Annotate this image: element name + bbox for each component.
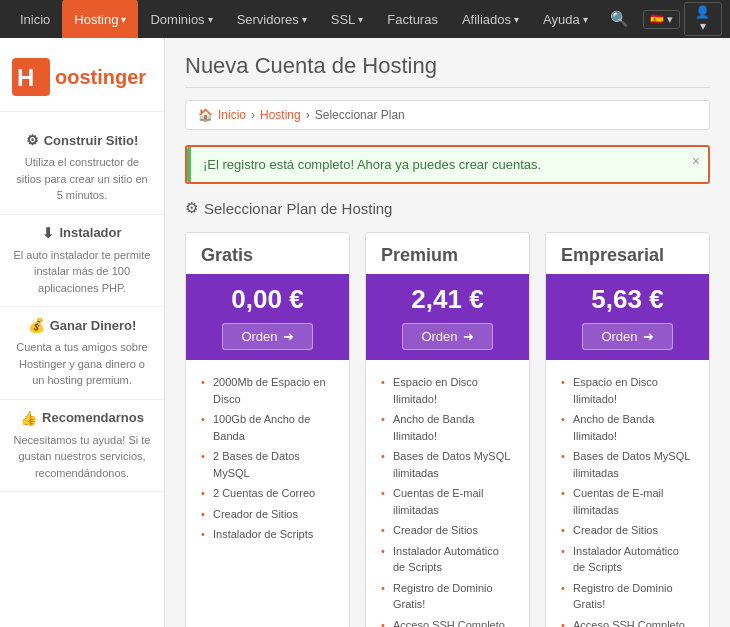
- sidebar-construir-sitio: ⚙ Construir Sitio! Utiliza el constructo…: [0, 122, 164, 215]
- logo-icon: H: [12, 58, 50, 96]
- ssl-dropdown-arrow: ▾: [358, 14, 363, 25]
- feature-item: Espacio en Disco Ilimitado!: [381, 372, 514, 409]
- plan-gratis-name: Gratis: [186, 233, 349, 274]
- order-arrow-icon: ➜: [283, 329, 294, 344]
- sidebar-construir-title: ⚙ Construir Sitio!: [12, 132, 152, 148]
- instalador-desc: El auto instalador te permite instalar m…: [12, 247, 152, 297]
- nav-ayuda[interactable]: Ayuda▾: [531, 0, 600, 38]
- feature-item: 100Gb de Ancho de Banda: [201, 409, 334, 446]
- sidebar-ganar-title: 💰 Ganar Dinero!: [12, 317, 152, 333]
- section-header: ⚙ Seleccionar Plan de Hosting: [185, 199, 710, 217]
- plan-gratis-price-box: 0,00 € Orden ➜: [186, 274, 349, 360]
- plan-empresarial-price-box: 5,63 € Orden ➜: [546, 274, 709, 360]
- section-icon: ⚙: [185, 199, 198, 217]
- plan-empresarial-features: Espacio en Disco Ilimitado!Ancho de Band…: [546, 360, 709, 627]
- recomendar-desc: Necesitamos tu ayuda! Si te gustan nuest…: [12, 432, 152, 482]
- construir-icon: ⚙: [26, 132, 39, 148]
- gratis-features-list: 2000Mb de Espacio en Disco100Gb de Ancho…: [201, 372, 334, 545]
- ayuda-dropdown-arrow: ▾: [583, 14, 588, 25]
- plans-grid: Gratis 0,00 € Orden ➜ 2000Mb de Espacio …: [185, 232, 710, 627]
- plan-premium-price-box: 2,41 € Orden ➜: [366, 274, 529, 360]
- ganar-icon: 💰: [28, 317, 45, 333]
- page-title: Nueva Cuenta de Hosting: [185, 53, 710, 88]
- feature-item: Bases de Datos MySQL ilimitadas: [561, 446, 694, 483]
- nav-afiliados[interactable]: Afiliados▾: [450, 0, 531, 38]
- breadcrumb-hosting[interactable]: Hosting: [260, 108, 301, 122]
- ganar-desc: Cuenta a tus amigos sobre Hostinger y ga…: [12, 339, 152, 389]
- sidebar: H oostinger ⚙ Construir Sitio! Utiliza e…: [0, 38, 165, 627]
- plan-gratis: Gratis 0,00 € Orden ➜ 2000Mb de Espacio …: [185, 232, 350, 627]
- user-arrow: ▾: [700, 19, 706, 33]
- feature-item: Registro de Dominio Gratis!: [561, 578, 694, 615]
- servidores-dropdown-arrow: ▾: [302, 14, 307, 25]
- search-button[interactable]: 🔍: [600, 10, 639, 28]
- feature-item: Espacio en Disco Ilimitado!: [561, 372, 694, 409]
- plan-gratis-features: 2000Mb de Espacio en Disco100Gb de Ancho…: [186, 360, 349, 557]
- breadcrumb-current: Seleccionar Plan: [315, 108, 405, 122]
- nav-servidores[interactable]: Servidores▾: [225, 0, 319, 38]
- nav-dominios[interactable]: Dominios▾: [138, 0, 224, 38]
- feature-item: Ancho de Banda Ilimitado!: [561, 409, 694, 446]
- nav-hosting[interactable]: Hosting▾: [62, 0, 138, 38]
- feature-item: Creador de Sitios: [561, 520, 694, 541]
- feature-item: Instalador Automático de Scripts: [381, 541, 514, 578]
- plan-gratis-price: 0,00 €: [201, 284, 334, 315]
- plan-empresarial-order-button[interactable]: Orden ➜: [582, 323, 672, 350]
- plan-premium-order-button[interactable]: Orden ➜: [402, 323, 492, 350]
- alert-inner: ¡El registro está completo! Ahora ya pue…: [187, 147, 708, 182]
- alert-close-button[interactable]: ×: [692, 153, 700, 169]
- feature-item: Acceso SSH Completo: [561, 615, 694, 628]
- plan-gratis-order-button[interactable]: Orden ➜: [222, 323, 312, 350]
- order-arrow-icon-2: ➜: [463, 329, 474, 344]
- feature-item: Instalador Automático de Scripts: [561, 541, 694, 578]
- plan-empresarial-price: 5,63 €: [561, 284, 694, 315]
- section-title: Seleccionar Plan de Hosting: [204, 200, 392, 217]
- dominios-dropdown-arrow: ▾: [208, 14, 213, 25]
- feature-item: Instalador de Scripts: [201, 524, 334, 545]
- afiliados-dropdown-arrow: ▾: [514, 14, 519, 25]
- svg-text:H: H: [17, 64, 34, 91]
- feature-item: Cuentas de E-mail ilimitadas: [561, 483, 694, 520]
- success-alert-box: ¡El registro está completo! Ahora ya pue…: [185, 145, 710, 184]
- plan-premium-name: Premium: [366, 233, 529, 274]
- feature-item: Registro de Dominio Gratis!: [381, 578, 514, 615]
- sidebar-ganar-dinero: 💰 Ganar Dinero! Cuenta a tus amigos sobr…: [0, 307, 164, 400]
- nav-inicio[interactable]: Inicio: [8, 0, 62, 38]
- feature-item: Creador de Sitios: [381, 520, 514, 541]
- breadcrumb-sep2: ›: [306, 108, 310, 122]
- feature-item: 2000Mb de Espacio en Disco: [201, 372, 334, 409]
- sidebar-logo: H oostinger: [0, 48, 164, 112]
- empresarial-features-list: Espacio en Disco Ilimitado!Ancho de Band…: [561, 372, 694, 627]
- instalador-icon: ⬇: [42, 225, 54, 241]
- nav-facturas[interactable]: Facturas: [375, 0, 450, 38]
- feature-item: Bases de Datos MySQL ilimitadas: [381, 446, 514, 483]
- plan-premium-price: 2,41 €: [381, 284, 514, 315]
- user-menu-button[interactable]: 👤 ▾: [684, 2, 722, 36]
- flag-icon: 🇪🇸: [650, 13, 664, 26]
- feature-item: 2 Cuentas de Correo: [201, 483, 334, 504]
- alert-message: ¡El registro está completo! Ahora ya pue…: [203, 157, 541, 172]
- breadcrumb: 🏠 Inicio › Hosting › Seleccionar Plan: [185, 100, 710, 130]
- feature-item: Acceso SSH Completo: [381, 615, 514, 628]
- feature-item: Ancho de Banda Ilimitado!: [381, 409, 514, 446]
- plan-empresarial-name: Empresarial: [546, 233, 709, 274]
- user-icon: 👤: [695, 5, 710, 19]
- breadcrumb-sep1: ›: [251, 108, 255, 122]
- sidebar-instalador: ⬇ Instalador El auto instalador te permi…: [0, 215, 164, 308]
- feature-item: Creador de Sitios: [201, 504, 334, 525]
- language-selector[interactable]: 🇪🇸 ▾: [643, 10, 680, 29]
- premium-features-list: Espacio en Disco Ilimitado!Ancho de Band…: [381, 372, 514, 627]
- plan-empresarial: Empresarial 5,63 € Orden ➜ Espacio en Di…: [545, 232, 710, 627]
- breadcrumb-inicio[interactable]: Inicio: [218, 108, 246, 122]
- logo-text: oostinger: [55, 66, 146, 89]
- main-layout: H oostinger ⚙ Construir Sitio! Utiliza e…: [0, 38, 730, 627]
- top-navigation: Inicio Hosting▾ Dominios▾ Servidores▾ SS…: [0, 0, 730, 38]
- plan-premium: Premium 2,41 € Orden ➜ Espacio en Disco …: [365, 232, 530, 627]
- plan-premium-features: Espacio en Disco Ilimitado!Ancho de Band…: [366, 360, 529, 627]
- feature-item: 2 Bases de Datos MySQL: [201, 446, 334, 483]
- sidebar-instalador-title: ⬇ Instalador: [12, 225, 152, 241]
- home-icon: 🏠: [198, 108, 213, 122]
- nav-ssl[interactable]: SSL▾: [319, 0, 376, 38]
- feature-item: Cuentas de E-mail ilimitadas: [381, 483, 514, 520]
- hosting-dropdown-arrow: ▾: [121, 14, 126, 25]
